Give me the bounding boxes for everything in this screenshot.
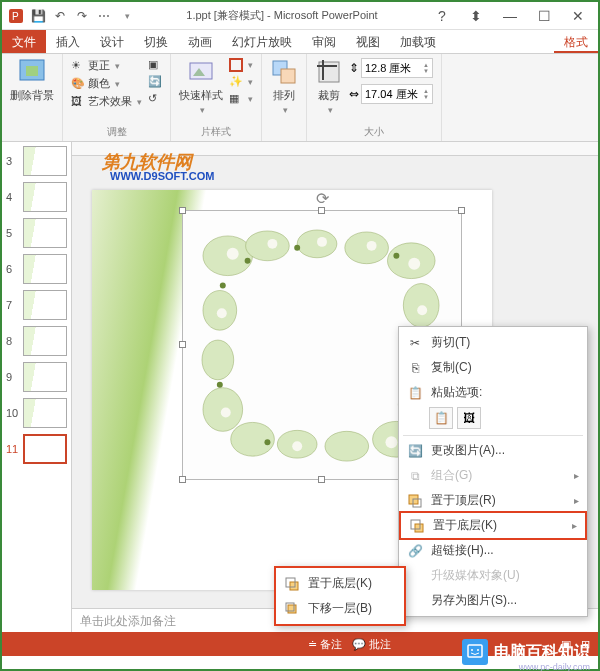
svg-point-29 (408, 258, 420, 270)
svg-point-27 (317, 237, 327, 247)
svg-rect-6 (230, 59, 242, 71)
titlebar: P 💾 ↶ ↷ ⋯ 1.ppt [兼容模式] - Microsoft Power… (2, 2, 598, 30)
slide-thumbnails[interactable]: 3 4 5 6 7 8 9 10 11 (2, 142, 72, 632)
color-button[interactable]: 🎨颜色 (71, 76, 142, 91)
minimize-icon[interactable]: — (498, 8, 522, 24)
ctx-copy[interactable]: ⎘复制(C) (399, 355, 587, 380)
ctx-bring-front[interactable]: 置于顶层(R)▸ (399, 488, 587, 513)
ribbon: 删除背景 ☀更正 🎨颜色 🖼艺术效果 ▣ 🔄 ↺ 调整 (2, 54, 598, 142)
svg-point-34 (221, 408, 231, 418)
tab-format[interactable]: 格式 (554, 30, 598, 53)
svg-rect-53 (468, 645, 482, 657)
ribbon-collapse-icon[interactable]: ⬍ (464, 8, 488, 24)
sub-send-backward[interactable]: 下移一层(B) (276, 596, 404, 621)
ctx-send-back[interactable]: 置于底层(K)▸ (399, 511, 587, 540)
thumb-11: 11 (6, 434, 67, 464)
tab-design[interactable]: 设计 (90, 30, 134, 53)
qat-dropdown-icon[interactable] (118, 8, 134, 24)
crop-button[interactable]: 裁剪 (315, 58, 343, 115)
undo-icon[interactable]: ↶ (52, 8, 68, 24)
app-icon: P (8, 8, 24, 24)
tab-file[interactable]: 文件 (2, 30, 46, 53)
svg-point-36 (245, 258, 251, 264)
notes-icon: ≐ (308, 638, 317, 651)
save-icon[interactable]: 💾 (30, 8, 46, 24)
tab-slideshow[interactable]: 幻灯片放映 (222, 30, 302, 53)
height-input[interactable]: ▲▼ (361, 58, 433, 78)
corrections-button[interactable]: ☀更正 (71, 58, 142, 73)
resize-handle-s[interactable] (318, 476, 325, 483)
cut-icon: ✂ (407, 335, 423, 351)
paste-opt-1[interactable]: 📋 (429, 407, 453, 429)
arrange-button[interactable]: 排列 (270, 58, 298, 115)
svg-point-37 (294, 245, 300, 251)
ctx-cut[interactable]: ✂剪切(T) (399, 330, 587, 355)
qat-more-icon[interactable]: ⋯ (96, 8, 112, 24)
pic-effects-button[interactable]: ✨ (229, 75, 253, 89)
tab-addins[interactable]: 加载项 (390, 30, 446, 53)
redo-icon[interactable]: ↷ (74, 8, 90, 24)
tab-insert[interactable]: 插入 (46, 30, 90, 53)
svg-point-55 (477, 649, 479, 651)
svg-point-21 (231, 422, 275, 456)
pic-layout-button[interactable]: ▦ (229, 92, 253, 106)
svg-point-12 (297, 230, 337, 258)
artistic-button[interactable]: 🖼艺术效果 (71, 94, 142, 109)
ctx-change-picture[interactable]: 🔄更改图片(A)... (399, 438, 587, 463)
reset-pic-button[interactable]: ↺ (148, 92, 162, 106)
resize-handle-nw[interactable] (179, 207, 186, 214)
tab-transitions[interactable]: 切换 (134, 30, 178, 53)
watermark-url: WWW.D9SOFT.COM (110, 170, 215, 182)
svg-point-41 (264, 439, 270, 445)
ribbon-tabs: 文件 插入 设计 切换 动画 幻灯片放映 审阅 视图 加载项 格式 (2, 30, 598, 54)
tab-view[interactable]: 视图 (346, 30, 390, 53)
resize-handle-sw[interactable] (179, 476, 186, 483)
paste-icon: 📋 (407, 385, 423, 401)
group-size-label: 大小 (315, 125, 433, 139)
svg-text:P: P (12, 11, 19, 22)
compress-button[interactable]: ▣ (148, 58, 162, 72)
close-icon[interactable]: ✕ (566, 8, 590, 24)
pic-border-button[interactable] (229, 58, 253, 72)
width-input[interactable]: ▲▼ (361, 84, 433, 104)
tab-review[interactable]: 审阅 (302, 30, 346, 53)
quick-styles-button[interactable]: 快速样式 (179, 58, 223, 115)
rotate-handle[interactable]: ⟳ (316, 189, 328, 201)
thumb-5: 5 (6, 218, 67, 248)
ctx-paste-label: 📋粘贴选项: (399, 380, 587, 405)
group-adjust-label: 调整 (71, 125, 162, 139)
change-picture-icon: 🔄 (407, 443, 423, 459)
svg-point-43 (220, 283, 226, 289)
ctx-group: ⧉组合(G)▸ (399, 463, 587, 488)
pic-layout-icon: ▦ (229, 92, 243, 106)
sub-send-to-back[interactable]: 置于底层(K) (276, 571, 404, 596)
group-icon: ⧉ (407, 468, 423, 484)
maximize-icon[interactable]: ☐ (532, 8, 556, 24)
resize-handle-w[interactable] (179, 341, 186, 348)
brand-url: www.pc-daily.com (519, 662, 590, 671)
svg-rect-51 (288, 605, 296, 613)
change-pic-button[interactable]: 🔄 (148, 75, 162, 89)
help-icon[interactable]: ? (430, 8, 454, 24)
remove-bg-button[interactable]: 删除背景 (10, 58, 54, 103)
tab-animations[interactable]: 动画 (178, 30, 222, 53)
context-menu: ✂剪切(T) ⎘复制(C) 📋粘贴选项: 📋 🖼 🔄更改图片(A)... ⧉组合… (398, 326, 588, 617)
svg-point-30 (417, 305, 427, 315)
ctx-save-as-picture[interactable]: 另存为图片(S)... (399, 588, 587, 613)
height-icon: ⇕ (349, 61, 359, 75)
svg-point-11 (246, 231, 290, 261)
ctx-hyperlink[interactable]: 🔗超链接(H)... (399, 538, 587, 563)
paste-opt-2[interactable]: 🖼 (457, 407, 481, 429)
ctx-upgrade-media: 升级媒体对象(U) (399, 563, 587, 588)
resize-handle-n[interactable] (318, 207, 325, 214)
quick-styles-icon (187, 58, 215, 86)
thumb-9: 9 (6, 362, 67, 392)
sb-notes[interactable]: ≐备注 (308, 637, 342, 652)
sb-comments[interactable]: 💬批注 (352, 637, 391, 652)
comments-icon: 💬 (352, 638, 366, 651)
width-icon: ⇔ (349, 87, 359, 101)
send-to-back-icon (284, 576, 300, 592)
svg-rect-47 (415, 524, 423, 532)
bring-front-icon (407, 493, 423, 509)
resize-handle-ne[interactable] (458, 207, 465, 214)
